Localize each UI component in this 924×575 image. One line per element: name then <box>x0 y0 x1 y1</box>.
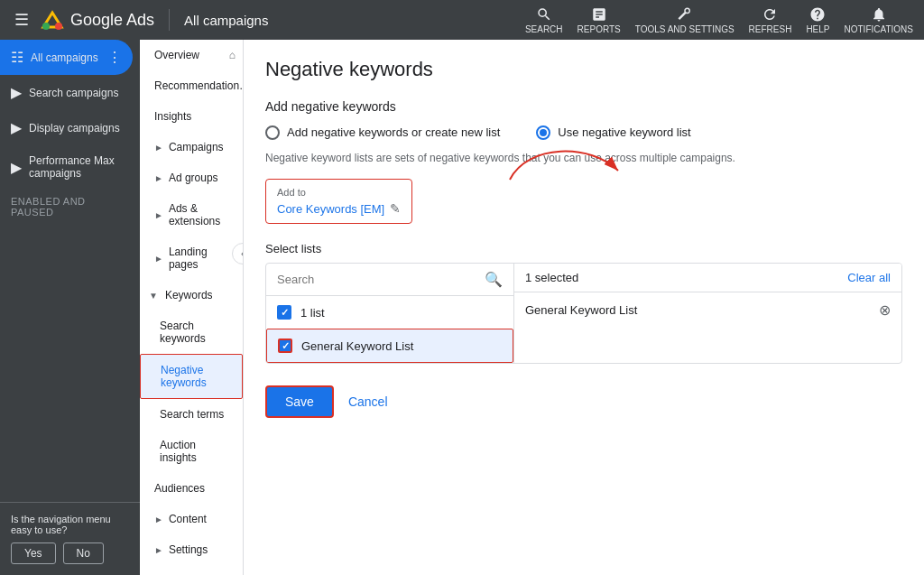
ads-extensions-label: Ads & extensions <box>169 202 232 227</box>
search-keywords-label: Search keywords <box>160 320 232 345</box>
page-title: All campaigns <box>184 13 268 28</box>
audiences-label: Audiences <box>154 482 205 495</box>
edit-icon[interactable]: ✎ <box>390 201 401 216</box>
more-options-icon[interactable]: ⋮ <box>107 49 122 66</box>
tools-btn[interactable]: TOOLS AND SETTINGS <box>635 6 735 34</box>
landing-pages-label: Landing pages <box>169 246 232 271</box>
save-button[interactable]: Save <box>265 385 334 418</box>
notifications-label: NOTIFICATIONS <box>845 24 913 34</box>
remove-item-button[interactable]: ⊗ <box>879 301 891 319</box>
mid-nav-insights[interactable]: Insights <box>140 101 243 132</box>
radio-label-add-new: Add negative keywords or create new list <box>287 125 500 141</box>
recommendations-label: Recommendation… <box>154 79 244 92</box>
list-item-1-list[interactable]: 1 list <box>266 296 513 329</box>
mid-nav-content[interactable]: ► Content <box>140 504 243 534</box>
auction-insights-label: Auction insights <box>160 439 232 464</box>
feedback-yes-button[interactable]: Yes <box>11 543 56 564</box>
grid-icon: ☷ <box>11 49 23 66</box>
ads-extensions-arrow: ► <box>154 210 163 220</box>
reports-label: REPORTS <box>578 24 621 34</box>
sidebar-section-label: Enabled and Paused <box>0 189 140 221</box>
sidebar-item-performance-max[interactable]: ▶ Performance Max campaigns <box>0 145 140 189</box>
mid-nav-search-terms[interactable]: Search terms <box>140 399 243 430</box>
lists-container: 🔍 1 list General Keyword List 1 selected <box>265 263 902 364</box>
mid-nav-settings[interactable]: ► Settings <box>140 534 243 565</box>
sidebar-item-search-campaigns[interactable]: ▶ Search campaigns <box>0 75 140 110</box>
search-topbar-btn[interactable]: SEARCH <box>525 6 563 34</box>
radio-circle-use-list <box>536 125 550 140</box>
tools-label: TOOLS AND SETTINGS <box>635 24 735 34</box>
sidebar-item-display-campaigns[interactable]: ▶ Display campaigns <box>0 110 140 145</box>
search-terms-label: Search terms <box>160 408 224 421</box>
list-item-general-keyword-label: General Keyword List <box>301 339 413 353</box>
feedback-no-button[interactable]: No <box>63 543 104 564</box>
mid-nav-change-history[interactable]: Change history <box>140 565 243 575</box>
middle-nav: Overview ⌂ Recommendation… Insights ► Ca… <box>140 40 244 575</box>
sidebar-item-all-campaigns[interactable]: ☷ All campaigns ⋮ <box>0 40 133 75</box>
mid-nav-audiences[interactable]: Audiences <box>140 473 243 504</box>
select-lists-label: Select lists <box>265 242 902 255</box>
settings-label: Settings <box>169 543 208 556</box>
search-icon[interactable]: 🔍 <box>485 271 503 288</box>
help-btn[interactable]: HELP <box>806 6 829 34</box>
mid-nav-negative-keywords[interactable]: Negative keywords <box>140 354 243 399</box>
landing-pages-arrow: ► <box>154 254 163 264</box>
mid-nav-landing-pages[interactable]: ► Landing pages <box>140 236 243 280</box>
radio-option-use-list[interactable]: Use negative keyword list <box>536 125 690 141</box>
clear-all-button[interactable]: Clear all <box>847 271 891 284</box>
feedback-buttons: Yes No <box>11 543 129 564</box>
list-item-general-keyword[interactable]: General Keyword List <box>266 329 513 363</box>
radio-option-add-new[interactable]: Add negative keywords or create new list <box>265 125 500 141</box>
mid-nav-campaigns[interactable]: ► Campaigns <box>140 132 243 162</box>
right-item-general-keyword-label: General Keyword List <box>525 303 870 317</box>
topbar: ☰ Google Ads All campaigns SEARCH REPORT… <box>0 0 924 40</box>
search-topbar-label: SEARCH <box>525 24 563 34</box>
left-list: 🔍 1 list General Keyword List <box>266 264 514 363</box>
reports-btn[interactable]: REPORTS <box>578 6 621 34</box>
display-campaigns-icon: ▶ <box>11 119 22 136</box>
keywords-arrow: ▼ <box>149 291 158 301</box>
selected-count: 1 selected <box>525 271 847 284</box>
campaigns-arrow: ► <box>154 143 163 153</box>
mid-nav-ads-extensions[interactable]: ► Ads & extensions <box>140 193 243 236</box>
mid-nav-keywords-section[interactable]: ▼ Keywords <box>140 280 243 311</box>
radio-circle-add-new <box>265 125 280 140</box>
mid-nav-auction-insights[interactable]: Auction insights <box>140 430 243 473</box>
content-label: Content <box>169 513 207 525</box>
checkbox-1-list[interactable] <box>277 305 291 320</box>
add-to-box: Add to Core Keywords [EM] ✎ <box>265 179 412 224</box>
hamburger-icon[interactable]: ☰ <box>11 6 32 33</box>
mid-nav-overview[interactable]: Overview ⌂ <box>140 40 243 70</box>
radio-label-use-list: Use negative keyword list <box>558 125 690 141</box>
main-layout: ☷ All campaigns ⋮ ▶ Search campaigns ▶ D… <box>0 40 924 575</box>
add-to-text: Core Keywords [EM] <box>277 202 384 216</box>
description-text: Negative keyword lists are sets of negat… <box>265 152 902 164</box>
svg-point-0 <box>42 23 50 30</box>
list-item-1-list-label: 1 list <box>300 306 325 320</box>
radio-options-container: Add negative keywords or create new list… <box>265 125 902 141</box>
content-area: Negative keywords Add negative keywords … <box>244 40 924 575</box>
search-input[interactable] <box>277 273 477 286</box>
list-header-right: 1 selected Clear all <box>514 264 901 292</box>
topbar-actions: SEARCH REPORTS TOOLS AND SETTINGS REFRES… <box>525 6 913 34</box>
cancel-button[interactable]: Cancel <box>348 394 388 409</box>
performance-max-icon: ▶ <box>11 159 22 176</box>
help-label: HELP <box>806 24 829 34</box>
overview-label: Overview <box>154 49 199 61</box>
sidebar-label-display-campaigns: Display campaigns <box>29 122 129 134</box>
checkbox-general-keyword[interactable] <box>278 339 292 353</box>
home-icon: ⌂ <box>229 49 236 61</box>
mid-nav-ad-groups[interactable]: ► Ad groups <box>140 162 243 193</box>
campaigns-label: Campaigns <box>169 141 224 153</box>
refresh-btn[interactable]: REFRESH <box>749 6 792 34</box>
mid-nav-search-keywords[interactable]: Search keywords <box>140 311 243 354</box>
notifications-btn[interactable]: NOTIFICATIONS <box>845 6 913 34</box>
mid-nav-recommendations[interactable]: Recommendation… <box>140 70 243 101</box>
list-search-bar: 🔍 <box>266 264 513 296</box>
ad-groups-label: Ad groups <box>169 172 218 184</box>
sidebar-label-all-campaigns: All campaigns <box>31 51 100 64</box>
sidebar: ☷ All campaigns ⋮ ▶ Search campaigns ▶ D… <box>0 40 140 575</box>
content-arrow: ► <box>154 515 163 524</box>
add-to-label: Add to <box>277 187 401 198</box>
app-logo: Google Ads <box>40 7 154 32</box>
